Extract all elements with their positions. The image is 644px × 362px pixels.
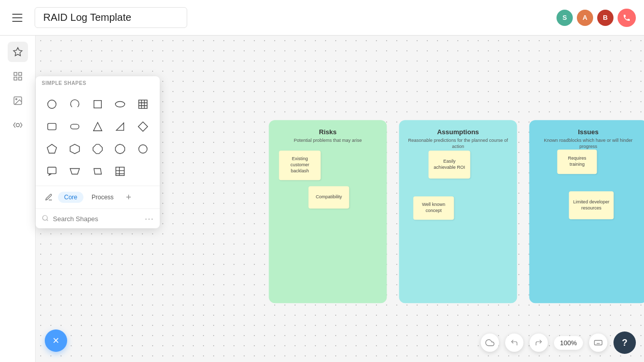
redo-button[interactable] <box>530 334 548 352</box>
risks-card[interactable]: Risks Potential problems that may arise … <box>269 120 387 303</box>
search-shapes-input[interactable] <box>53 215 140 223</box>
call-button[interactable] <box>618 9 636 27</box>
keyboard-button[interactable] <box>589 334 607 352</box>
document-title[interactable]: RAID Log Template <box>35 7 187 28</box>
grid2-shape[interactable] <box>110 161 130 182</box>
right-triangle-shape[interactable] <box>110 116 130 137</box>
svg-marker-27 <box>70 169 79 174</box>
svg-marker-22 <box>70 144 79 154</box>
star-sidebar-icon[interactable] <box>8 42 28 62</box>
core-tab[interactable]: Core <box>58 192 83 203</box>
svg-point-7 <box>16 124 19 127</box>
octagon-shape[interactable] <box>87 139 108 159</box>
svg-rect-35 <box>595 341 602 345</box>
arc-shape[interactable] <box>65 94 85 114</box>
avatar-b[interactable]: B <box>597 10 613 26</box>
add-tab[interactable]: + <box>122 192 135 203</box>
avatar-s[interactable]: S <box>557 10 573 26</box>
svg-rect-29 <box>116 167 125 176</box>
rounded-rect-shape[interactable] <box>42 116 62 137</box>
shapes-search: ⋯ <box>36 208 160 228</box>
callout-shape[interactable] <box>42 161 62 182</box>
shapes-section-label: SIMPLE SHAPES <box>36 76 160 88</box>
issues-card[interactable]: Issues Known roadblocks which have or wi… <box>529 120 644 303</box>
svg-rect-3 <box>14 77 17 80</box>
circle-shape[interactable] <box>42 94 62 114</box>
svg-point-6 <box>15 99 16 100</box>
svg-rect-17 <box>71 124 79 129</box>
image-sidebar-icon[interactable] <box>8 90 28 111</box>
svg-point-8 <box>48 100 56 109</box>
note-roi[interactable]: Easily achievable ROI <box>428 150 470 178</box>
header: RAID Log Template S A B <box>0 0 644 36</box>
note-well-known[interactable]: Well known concept <box>413 196 454 220</box>
svg-marker-24 <box>115 144 125 154</box>
trapezoid-shape[interactable] <box>65 161 85 182</box>
svg-marker-0 <box>13 48 22 56</box>
svg-rect-9 <box>94 101 101 108</box>
hamburger-button[interactable] <box>8 9 26 27</box>
table-shape[interactable] <box>133 94 153 114</box>
svg-marker-23 <box>93 144 102 154</box>
search-icon <box>42 215 49 223</box>
svg-marker-20 <box>138 122 148 131</box>
triangle-shape[interactable] <box>87 116 108 137</box>
svg-rect-16 <box>48 124 56 130</box>
avatar-a[interactable]: A <box>577 10 593 26</box>
help-button[interactable]: ? <box>613 331 636 354</box>
grid-sidebar-icon[interactable] <box>8 66 28 86</box>
risks-subtitle: Potential problems that may arise <box>277 138 378 144</box>
undo-button[interactable] <box>505 334 523 352</box>
ellipse-shape[interactable] <box>110 94 130 114</box>
square-shape[interactable] <box>87 94 108 114</box>
bottom-bar: 100% ? <box>481 331 636 354</box>
issues-title: Issues <box>537 128 639 136</box>
svg-rect-2 <box>18 73 21 76</box>
left-sidebar <box>0 36 36 362</box>
note-customer-backlash[interactable]: Existing customer backlash <box>279 150 320 180</box>
svg-line-34 <box>47 219 48 221</box>
svg-marker-21 <box>47 144 56 153</box>
svg-marker-28 <box>94 169 101 174</box>
pen-tab-icon[interactable] <box>42 190 56 204</box>
parallelogram-shape[interactable] <box>87 161 108 182</box>
risks-title: Risks <box>277 128 378 136</box>
svg-rect-26 <box>48 167 56 174</box>
circle2-shape[interactable] <box>133 139 153 159</box>
zoom-level[interactable]: 100% <box>554 336 583 350</box>
pentagon-shape[interactable] <box>42 139 62 159</box>
hexagon-shape[interactable] <box>65 139 85 159</box>
process-tab[interactable]: Process <box>85 192 120 203</box>
assumptions-card[interactable]: Assumptions Reasonable predictions for t… <box>399 120 517 303</box>
svg-point-10 <box>115 102 125 107</box>
svg-point-25 <box>139 145 148 154</box>
svg-marker-19 <box>116 123 124 131</box>
pill-shape[interactable] <box>65 116 85 137</box>
cloud-button[interactable] <box>481 334 499 352</box>
shape-sidebar-icon[interactable] <box>8 115 28 135</box>
assumptions-subtitle: Reasonable predictions for the planned c… <box>407 138 509 149</box>
svg-rect-1 <box>14 73 17 76</box>
issues-subtitle: Known roadblocks which have or will hind… <box>537 138 639 149</box>
svg-point-33 <box>43 215 47 220</box>
cards-container: Risks Potential problems that may arise … <box>253 105 644 318</box>
note-compatibility[interactable]: Compatibility <box>308 186 349 208</box>
assumptions-title: Assumptions <box>407 128 509 136</box>
decagon-shape[interactable] <box>110 139 130 159</box>
note-training[interactable]: Requires training <box>557 149 597 174</box>
shapes-panel: SIMPLE SHAPES <box>36 76 160 228</box>
svg-rect-11 <box>139 100 148 109</box>
shapes-grid <box>36 88 160 186</box>
more-options-icon[interactable]: ⋯ <box>144 213 154 224</box>
note-developer[interactable]: Limited developer resources <box>569 191 613 219</box>
diamond-shape[interactable] <box>133 116 153 137</box>
svg-marker-18 <box>93 123 102 131</box>
shapes-tabs: Core Process + <box>36 186 160 208</box>
fab-close-button[interactable]: × <box>45 329 67 352</box>
header-actions: S A B <box>557 9 636 27</box>
svg-rect-4 <box>18 77 21 80</box>
